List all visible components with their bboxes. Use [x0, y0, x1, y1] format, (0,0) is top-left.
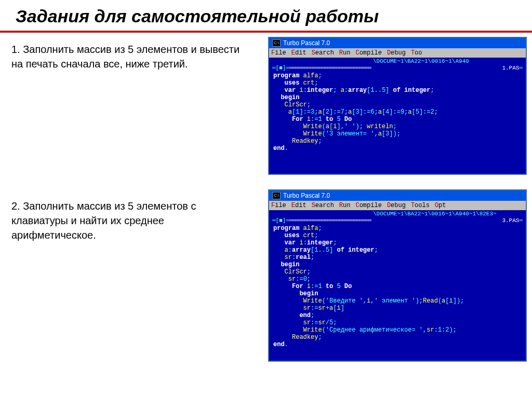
- menu-run[interactable]: Run: [339, 202, 351, 209]
- code-block-2: program alfa; uses crt; var i:integer; a…: [269, 225, 526, 350]
- dash-line: ════════════════════════════: [289, 65, 502, 71]
- content-area: 1. Заполнить массив из 5 элементов и выв…: [0, 33, 532, 87]
- menu-edit[interactable]: Edit: [291, 49, 307, 57]
- code-block-1: program alfa; uses crt; var i:integer; a…: [269, 72, 526, 154]
- titlebar-text: Turbo Pascal 7.0: [283, 192, 330, 199]
- titlebar-2: C:\ Turbo Pascal 7.0: [269, 190, 526, 201]
- menubar-1[interactable]: File Edit Search Run Compile Debug Too: [269, 48, 526, 58]
- bracket-icon: ═[■]═: [272, 65, 289, 71]
- slide-title: Задания для самостоятельной работы: [0, 0, 532, 33]
- task-2-block: 2. Заполнить массив из 5 элементов с кла…: [11, 199, 250, 249]
- menu-tools[interactable]: Too: [411, 49, 422, 57]
- code-window-2: C:\ Turbo Pascal 7.0 File Edit Search Ru…: [268, 189, 527, 362]
- menu-tools[interactable]: Tools: [411, 202, 430, 209]
- menu-debug[interactable]: Debug: [387, 202, 406, 209]
- file-tab-1: ═[■]═ ════════════════════════════ 1.PAS…: [269, 65, 526, 72]
- menu-edit[interactable]: Edit: [291, 202, 307, 209]
- console-icon: C:\: [272, 192, 281, 199]
- titlebar-1: C:\ Turbo Pascal 7.0: [269, 38, 526, 48]
- menu-options[interactable]: Opt: [435, 202, 446, 209]
- menu-compile[interactable]: Compile: [355, 202, 381, 209]
- titlebar-text: Turbo Pascal 7.0: [283, 39, 330, 47]
- task-2-text: 2. Заполнить массив из 5 элементов с кла…: [11, 199, 250, 242]
- menu-search[interactable]: Search: [312, 202, 334, 209]
- console-icon: C:\: [272, 39, 281, 47]
- task-1-text: 1. Заполнить массив из 5 элементов и выв…: [11, 42, 250, 71]
- path-line-1: \DOCUME~1\BA22~1\0016~1\A940: [269, 58, 526, 65]
- file-name: 1.PAS: [502, 65, 519, 71]
- menu-search[interactable]: Search: [312, 49, 334, 57]
- menu-run[interactable]: Run: [339, 49, 351, 57]
- path-line-2: \DOCUME~1\BA22~1\0016~1\A940~1\82E3~: [269, 210, 526, 217]
- slide: Задания для самостоятельной работы 1. За…: [0, 0, 532, 398]
- menu-file[interactable]: File: [271, 49, 286, 57]
- file-name: 3.PAS: [502, 217, 519, 224]
- menu-compile[interactable]: Compile: [355, 49, 381, 57]
- dash-end: ═: [519, 65, 523, 71]
- menu-debug[interactable]: Debug: [387, 49, 406, 57]
- dash-line: ════════════════════════════: [289, 217, 502, 224]
- dash-end: ═: [519, 217, 523, 224]
- code-window-1: C:\ Turbo Pascal 7.0 File Edit Search Ru…: [268, 37, 527, 175]
- bracket-icon: ═[■]═: [272, 217, 289, 224]
- file-tab-2: ═[■]═ ════════════════════════════ 3.PAS…: [269, 217, 526, 225]
- menu-file[interactable]: File: [271, 202, 286, 209]
- menubar-2[interactable]: File Edit Search Run Compile Debug Tools…: [269, 201, 526, 210]
